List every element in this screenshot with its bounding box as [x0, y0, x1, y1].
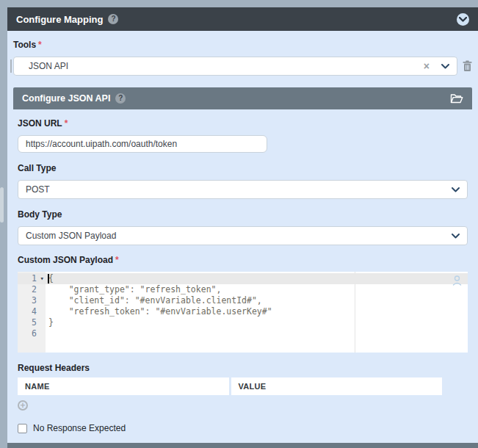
text-cursor [48, 274, 49, 283]
help-question-icon[interactable]: ? [108, 14, 118, 24]
json-payload-code-editor[interactable]: 1▾ { 2 "grant_type": "refresh_token", 3 … [18, 272, 468, 353]
column-header-name: NAME [18, 377, 229, 395]
body-type-label: Body Type [18, 209, 468, 220]
next-section-header-partial[interactable] [7, 443, 478, 448]
configure-mapping-title: Configure Mapping [16, 14, 103, 25]
required-asterisk: * [115, 255, 119, 265]
code-text: "client_id": "#envVariable.clientId#", [46, 295, 262, 306]
help-question-icon[interactable]: ? [115, 93, 126, 104]
tools-select[interactable]: JSON API × [13, 57, 457, 76]
open-folder-icon[interactable] [450, 93, 463, 104]
code-line[interactable]: 5 } [18, 317, 468, 328]
code-line[interactable]: 3 "client_id": "#envVariable.clientId#", [18, 295, 468, 306]
line-number: 4 [32, 306, 37, 317]
configure-mapping-panel: Configure Mapping ? Tools* JSON API × [7, 7, 478, 448]
json-url-value: https://account.uipath.com/oauth/token [26, 139, 177, 149]
code-text: { [46, 273, 54, 284]
chevron-down-icon [459, 17, 467, 22]
json-url-input[interactable]: https://account.uipath.com/oauth/token [18, 135, 267, 153]
call-type-label: Call Type [18, 163, 468, 173]
required-asterisk: * [38, 40, 42, 50]
no-response-expected-option[interactable]: No Response Expected [18, 423, 468, 433]
configure-json-api-header[interactable]: Configure JSON API ? [13, 87, 472, 109]
column-header-value: VALUE [231, 377, 443, 395]
tools-selected-value: JSON API [29, 61, 424, 71]
trash-icon[interactable] [463, 60, 472, 72]
collapse-panel-button[interactable] [457, 13, 469, 26]
line-number: 3 [32, 295, 37, 306]
line-number: 2 [32, 284, 37, 295]
value-column-text: VALUE [239, 382, 267, 391]
name-column-text: NAME [25, 382, 50, 391]
no-response-label: No Response Expected [33, 423, 126, 433]
left-scrollbar-thumb[interactable] [0, 187, 4, 223]
json-url-label: JSON URL* [18, 118, 468, 129]
code-line[interactable]: 2 "grant_type": "refresh_token", [18, 284, 468, 295]
code-text: } [46, 317, 54, 328]
body-type-selected-value: Custom JSON Payload [26, 231, 452, 241]
drag-handle[interactable] [10, 59, 12, 73]
line-number: 1 [32, 273, 37, 283]
chevron-down-icon [452, 187, 460, 192]
configure-json-api-title: Configure JSON API [22, 93, 110, 104]
request-headers-table: NAME VALUE [18, 377, 442, 395]
code-line[interactable]: 1▾ { [18, 273, 468, 284]
body-type-select[interactable]: Custom JSON Payload [18, 226, 468, 245]
configure-json-api-panel: Configure JSON API ? JSON URL* https://a… [13, 87, 472, 448]
x-clear-icon[interactable]: × [424, 61, 430, 71]
payload-label: Custom JSON Payload* [18, 255, 468, 265]
fold-triangle-down-icon[interactable]: ▾ [40, 273, 44, 284]
code-line[interactable]: 6 [18, 328, 468, 339]
line-number: 5 [32, 317, 37, 328]
tools-label: Tools* [13, 40, 472, 50]
chevron-down-icon[interactable] [441, 64, 449, 69]
line-number: 6 [32, 328, 37, 339]
code-text: "grant_type": "refresh_token", [46, 284, 221, 295]
call-type-selected-value: POST [26, 184, 452, 195]
code-line[interactable]: 4 "refresh_token": "#envVariable.userKey… [18, 306, 468, 317]
call-type-select[interactable]: POST [18, 180, 468, 199]
no-response-checkbox[interactable] [18, 424, 27, 433]
code-text [46, 328, 48, 339]
request-headers-label: Request Headers [18, 363, 468, 373]
chevron-down-icon [452, 234, 460, 239]
payload-label-text: Custom JSON Payload [18, 255, 113, 265]
plus-circle-icon[interactable] [18, 400, 28, 411]
tools-label-text: Tools [13, 40, 36, 50]
json-url-label-text: JSON URL [18, 118, 62, 129]
required-asterisk: * [65, 118, 68, 129]
person-outline-icon [452, 275, 462, 289]
code-text: "refresh_token": "#envVariable.userKey#" [46, 306, 272, 317]
configure-mapping-header[interactable]: Configure Mapping ? [7, 7, 478, 31]
